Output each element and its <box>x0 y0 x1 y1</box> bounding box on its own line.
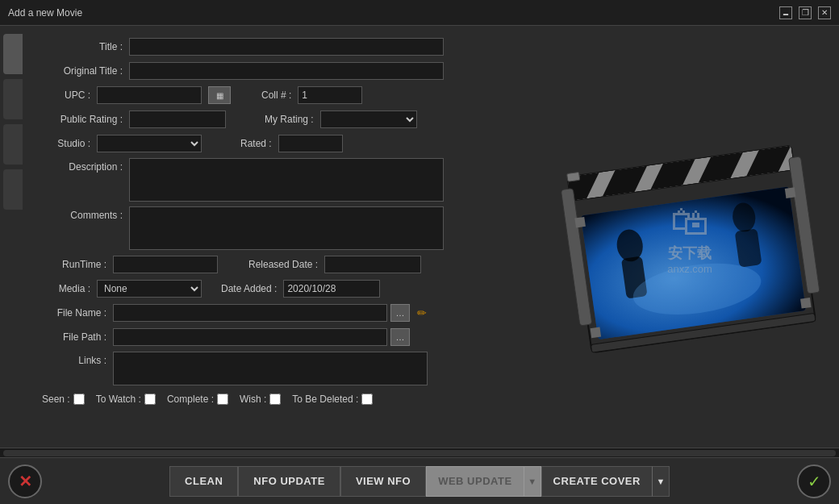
cancel-button[interactable]: ✕ <box>8 464 42 498</box>
media-select[interactable]: None Blu-ray DVD Digital VHS <box>97 280 202 298</box>
upc-label: UPC : <box>42 90 90 101</box>
sidebar-tab-4[interactable] <box>3 169 23 210</box>
scrollbar-area <box>0 448 839 457</box>
comments-row: Comments : <box>42 206 524 250</box>
comments-label: Comments : <box>42 206 123 221</box>
wish-label: Wish : <box>240 394 266 405</box>
description-row: Description : <box>42 158 524 202</box>
released-input[interactable] <box>324 256 421 273</box>
title-bar: Add a new Movie 🗕 ❐ ✕ <box>0 0 839 26</box>
clapboard-image <box>545 103 833 371</box>
runtime-input[interactable] <box>113 256 218 273</box>
to-watch-checkbox[interactable] <box>144 394 156 405</box>
rating-row: Public Rating : My Rating : 1 2 3 4 5 6 … <box>42 110 524 129</box>
center-buttons: CLEAN NFO UPDATE VIEW NFO WEB UPDATE ▼ C… <box>169 466 670 497</box>
nfo-update-button[interactable]: NFO UPDATE <box>238 466 340 497</box>
title-label: Title : <box>42 41 123 52</box>
ok-button[interactable]: ✓ <box>797 464 831 498</box>
my-rating-select[interactable]: 1 2 3 4 5 6 7 8 9 10 <box>320 110 417 128</box>
filepath-input[interactable] <box>113 328 387 346</box>
studio-row: Studio : Rated : <box>42 134 524 153</box>
to-watch-label: To Watch : <box>96 394 141 405</box>
sidebar <box>0 26 26 448</box>
svg-rect-20 <box>574 216 586 227</box>
sidebar-tab-3[interactable] <box>3 124 23 165</box>
clean-button[interactable]: CLEAN <box>169 466 238 497</box>
seen-checkbox[interactable] <box>73 394 85 405</box>
to-be-deleted-checkbox[interactable] <box>361 394 373 405</box>
filepath-browse-button[interactable]: … <box>390 328 410 346</box>
create-cover-split: CREATE COVER ▼ <box>541 466 670 497</box>
scrollbar-track[interactable] <box>3 450 836 456</box>
studio-select[interactable] <box>97 135 202 152</box>
right-panel: 🛍 安下载 anxz.com <box>541 26 839 448</box>
seen-item: Seen : <box>42 394 85 405</box>
svg-rect-23 <box>800 298 812 309</box>
runtime-label: RunTime : <box>42 259 106 270</box>
rated-label: Rated : <box>240 138 272 149</box>
filename-edit-button[interactable]: ✏ <box>413 304 431 322</box>
description-label: Description : <box>42 158 123 173</box>
create-cover-button[interactable]: CREATE COVER <box>541 466 652 497</box>
date-added-label: Date Added : <box>221 283 277 294</box>
rated-input[interactable] <box>278 135 343 152</box>
public-rating-input[interactable] <box>129 110 226 128</box>
original-title-input[interactable] <box>129 62 444 80</box>
original-title-label: Original Title : <box>42 65 123 77</box>
sidebar-tab-1[interactable] <box>3 34 23 74</box>
checkboxes-row: Seen : To Watch : Complete : Wish : To B… <box>42 394 524 405</box>
original-title-row: Original Title : <box>42 61 524 81</box>
web-update-arrow-button[interactable]: ▼ <box>524 466 541 497</box>
complete-item: Complete : <box>167 394 228 405</box>
studio-label: Studio : <box>42 138 90 149</box>
bottom-toolbar: ✕ CLEAN NFO UPDATE VIEW NFO WEB UPDATE ▼… <box>0 457 839 504</box>
to-watch-item: To Watch : <box>96 394 156 405</box>
filename-row: File Name : … ✏ <box>42 303 524 323</box>
description-textarea[interactable] <box>129 158 444 202</box>
create-cover-arrow-button[interactable]: ▼ <box>652 466 670 497</box>
links-label: Links : <box>42 352 106 366</box>
filename-browse-button[interactable]: … <box>390 304 410 322</box>
svg-rect-16 <box>567 172 580 181</box>
complete-checkbox[interactable] <box>217 394 228 405</box>
released-label: Released Date : <box>248 259 318 270</box>
window-controls: 🗕 ❐ ✕ <box>779 6 831 19</box>
web-update-button[interactable]: WEB UPDATE <box>426 466 523 497</box>
runtime-row: RunTime : Released Date : <box>42 255 524 274</box>
title-row: Title : <box>42 37 524 56</box>
view-nfo-button[interactable]: VIEW NFO <box>340 466 426 497</box>
sidebar-tab-2[interactable] <box>3 79 23 119</box>
filepath-label: File Path : <box>42 331 106 343</box>
form-area: Title : Original Title : UPC : ▦ Coll # … <box>26 26 541 448</box>
svg-rect-21 <box>785 187 796 198</box>
web-update-split: WEB UPDATE ▼ <box>426 466 541 497</box>
title-input[interactable] <box>129 38 444 56</box>
restore-button[interactable]: ❐ <box>799 6 812 19</box>
coll-input[interactable] <box>298 86 362 104</box>
media-row: Media : None Blu-ray DVD Digital VHS Dat… <box>42 279 524 298</box>
close-button[interactable]: ✕ <box>818 6 831 19</box>
links-textarea[interactable] <box>113 352 428 385</box>
main-content: Title : Original Title : UPC : ▦ Coll # … <box>0 26 839 448</box>
public-rating-label: Public Rating : <box>42 114 123 125</box>
svg-rect-22 <box>591 327 602 338</box>
filename-input[interactable] <box>113 304 387 322</box>
date-added-input[interactable] <box>283 280 380 298</box>
coll-label: Coll # : <box>261 90 291 101</box>
wish-item: Wish : <box>240 394 281 405</box>
filename-label: File Name : <box>42 307 106 319</box>
to-be-deleted-label: To Be Deleted : <box>292 394 358 405</box>
filepath-inputs: … <box>113 328 410 346</box>
links-row: Links : <box>42 352 524 385</box>
wish-checkbox[interactable] <box>269 394 281 405</box>
to-be-deleted-item: To Be Deleted : <box>292 394 373 405</box>
media-label: Media : <box>42 283 90 294</box>
minimize-button[interactable]: 🗕 <box>779 6 792 19</box>
upc-input[interactable] <box>97 86 202 104</box>
complete-label: Complete : <box>167 394 214 405</box>
comments-textarea[interactable] <box>129 206 444 250</box>
filename-inputs: … ✏ <box>113 304 431 322</box>
barcode-button[interactable]: ▦ <box>208 86 231 104</box>
my-rating-label: My Rating : <box>265 114 314 125</box>
window-title: Add a new Movie <box>8 7 82 19</box>
